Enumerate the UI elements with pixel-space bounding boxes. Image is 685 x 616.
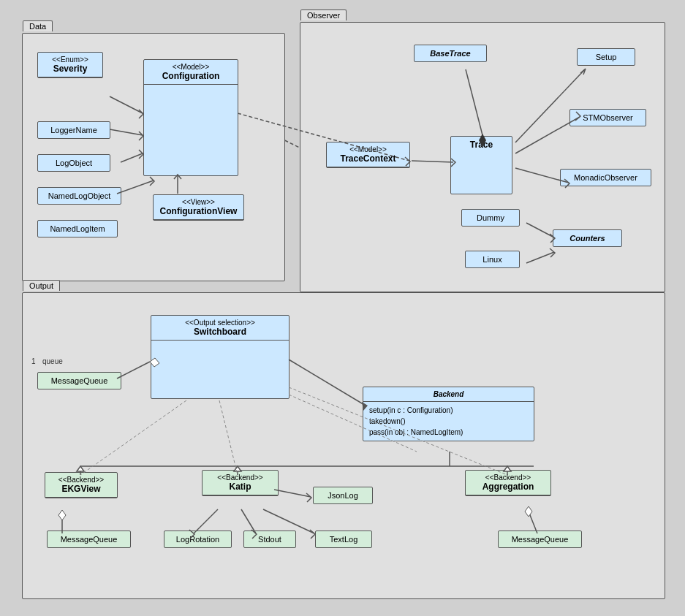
stdout-class: Stdout (243, 531, 296, 548)
namedlogitem-class: NamedLogItem (37, 220, 118, 237)
stmobserver-class: STMObserver (569, 109, 646, 126)
katip-class: <<Backend>> Katip (202, 470, 279, 496)
setup-class: Setup (577, 48, 635, 66)
tracecontext-class: <<Model>> TraceContext (326, 142, 410, 168)
logrotation-class: LogRotation (164, 531, 232, 548)
trace-class: Trace (450, 136, 512, 194)
namedlogobject-class: NamedLogObject (37, 187, 121, 205)
observer-package-tab: Observer (300, 9, 347, 20)
messagequeue1-class: MessageQueue (37, 372, 121, 389)
configview-class: <<View>> ConfigurationView (153, 194, 244, 221)
backend-class: Backend setup(in c : Configuration) take… (363, 387, 534, 441)
output-package: Output <<Output selection>> Switchboard … (22, 292, 665, 599)
loggername-class: LoggerName (37, 121, 110, 139)
textlog-class: TextLog (315, 531, 372, 548)
logobject-class: LogObject (37, 154, 110, 172)
dummy-class: Dummy (461, 209, 520, 227)
severity-class: <<Enum>> Severity (37, 52, 103, 78)
messagequeue3-class: MessageQueue (498, 531, 582, 548)
data-package: Data <<Enum>> Severity <<Model>> Configu… (22, 33, 285, 281)
basetrace-class: BaseTrace (414, 45, 487, 62)
monadicobserver-class: MonadicObserver (560, 169, 651, 186)
output-package-tab: Output (23, 280, 60, 291)
data-package-tab: Data (23, 20, 53, 31)
backend-methods: setup(in c : Configuration) takedown() p… (363, 402, 534, 441)
counters-class: Counters (553, 229, 622, 247)
linux-class: Linux (465, 251, 520, 268)
jsonlog-class: JsonLog (313, 487, 373, 504)
observer-package: Observer BaseTrace Setup STMObserver Tra… (300, 22, 665, 292)
configuration-class: <<Model>> Configuration (143, 59, 238, 176)
ekgview-class: <<Backend>> EKGView (45, 472, 118, 498)
aggregation-class: <<Backend>> Aggregation (465, 470, 551, 496)
switchboard-class: <<Output selection>> Switchboard (151, 315, 289, 399)
messagequeue2-class: MessageQueue (47, 531, 131, 548)
